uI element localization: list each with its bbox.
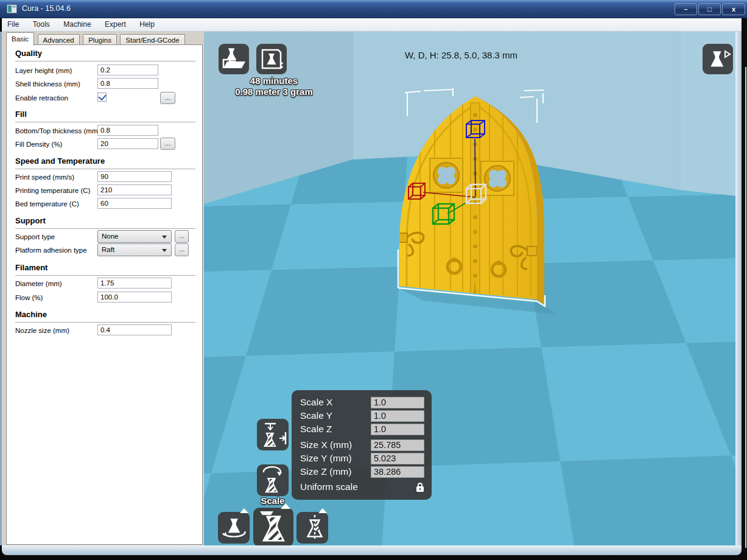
shell-thickness-label: Shell thickness (mm) (15, 80, 80, 88)
scale-x-label: Scale X (300, 397, 371, 408)
platform-adhesion-more-button[interactable]: ... (175, 243, 189, 256)
uniform-scale-lock-icon[interactable] (416, 482, 424, 492)
nozzle-size-input[interactable] (97, 324, 172, 335)
reset-scale-button[interactable] (257, 464, 289, 496)
settings-panel: Quality Layer height (mm) Shell thicknes… (6, 44, 203, 545)
scale-y-label: Scale Y (300, 410, 371, 421)
window-border-bottom (2, 545, 742, 555)
printing-temperature-input[interactable] (97, 184, 172, 195)
title-bar[interactable]: Cura - 15.04.6 – □ x (0, 0, 747, 18)
scale-panel: Scale X Scale Y Scale Z Size X (mm) Size… (292, 390, 432, 500)
section-speed-temperature: Speed and Temperature (15, 156, 105, 166)
rosette-left (430, 158, 463, 192)
menu-bar: File Tools Machine Expert Help (2, 18, 742, 32)
bed-temperature-label: Bed temperature (C) (15, 200, 79, 208)
scale-x-input[interactable] (371, 397, 424, 408)
size-z-label: Size Z (mm) (300, 466, 371, 477)
retraction-more-button[interactable]: ... (160, 92, 175, 104)
divider (15, 169, 195, 169)
print-time: 48 minutes (204, 75, 344, 86)
support-type-label: Support type (15, 233, 55, 240)
bottom-top-thickness-input[interactable] (97, 125, 158, 136)
view-mode-button[interactable] (703, 44, 733, 74)
fill-density-more-button[interactable]: ... (160, 138, 175, 150)
size-z-input[interactable] (371, 466, 424, 478)
divider (15, 322, 195, 323)
menu-help[interactable]: Help (134, 18, 160, 32)
enable-retraction-label: Enable retraction (15, 94, 68, 102)
layer-height-input[interactable] (97, 65, 158, 75)
diameter-input[interactable] (97, 278, 172, 289)
size-x-input[interactable] (371, 439, 424, 451)
flow-label: Flow (%) (15, 294, 43, 301)
nozzle-size-label: Nozzle size (mm) (15, 327, 69, 334)
layer-height-label: Layer height (mm) (15, 67, 72, 74)
minimize-button[interactable]: – (675, 3, 697, 15)
mirror-button[interactable] (296, 508, 328, 544)
scale-y-input[interactable] (371, 410, 424, 422)
print-speed-label: Print speed (mm/s) (15, 173, 74, 181)
size-y-label: Size Y (mm) (300, 453, 371, 464)
size-y-input[interactable] (371, 453, 424, 464)
bed-temperature-input[interactable] (97, 198, 172, 209)
tab-basic[interactable]: Basic (6, 32, 34, 46)
shell-thickness-input[interactable] (97, 78, 158, 89)
support-type-more-button[interactable]: ... (175, 230, 189, 243)
tab-bar: Basic Advanced Plugins Start/End-GCode (6, 32, 186, 45)
platform-adhesion-label: Platform adhesion type (15, 247, 87, 254)
window-body: Basic Advanced Plugins Start/End-GCode Q… (0, 32, 742, 545)
print-stats: 48 minutes 0.98 meter 3 gram (204, 75, 344, 97)
scale-z-input[interactable] (371, 424, 424, 435)
divider (15, 275, 195, 276)
rotate-submenu-arrow-icon (240, 508, 248, 513)
section-support: Support (15, 216, 46, 225)
bottom-top-thickness-label: Bottom/Top thickness (mm) (15, 127, 100, 135)
scale-button[interactable] (253, 503, 293, 545)
divider (15, 228, 195, 229)
section-fill: Fill (15, 110, 27, 119)
enable-retraction-checkbox[interactable] (97, 93, 107, 102)
menu-tools[interactable]: Tools (27, 18, 55, 32)
flow-input[interactable] (97, 292, 172, 303)
scene-overlay (204, 32, 737, 545)
close-button[interactable]: x (722, 3, 745, 15)
menu-machine[interactable]: Machine (58, 18, 96, 32)
section-filament: Filament (15, 263, 47, 272)
scale-z-label: Scale Z (300, 424, 371, 435)
platform-adhesion-select[interactable]: Raft (97, 243, 172, 256)
background-window-edge (745, 67, 746, 548)
section-quality: Quality (15, 49, 42, 58)
section-machine: Machine (15, 310, 47, 319)
menu-file[interactable]: File (2, 18, 24, 32)
divider (15, 61, 195, 61)
model-dimensions: W, D, H: 25.8, 5.0, 38.3 mm (405, 50, 517, 60)
uniform-scale-label: Uniform scale (300, 481, 381, 492)
support-type-select[interactable]: None (97, 230, 172, 243)
material-usage: 0.98 meter 3 gram (204, 86, 344, 97)
divider (15, 122, 195, 122)
3d-viewport[interactable]: 48 minutes 0.98 meter 3 gram W, D, H: 25… (204, 32, 737, 545)
maximize-button[interactable]: □ (698, 3, 721, 15)
load-model-button[interactable] (219, 44, 249, 74)
size-x-label: Size X (mm) (300, 439, 371, 450)
scale-to-max-button[interactable] (257, 419, 289, 450)
screen-bottom-edge (0, 555, 747, 560)
window-title: Cura - 15.04.6 (22, 4, 71, 13)
app-icon (7, 4, 17, 13)
scale-tool-label: Scale (245, 495, 300, 506)
fill-density-label: Fill Density (%) (15, 141, 62, 148)
diameter-label: Diameter (mm) (15, 280, 62, 287)
window-border-right (735, 32, 742, 545)
rotate-button[interactable] (218, 508, 250, 544)
printing-temperature-label: Printing temperature (C) (15, 187, 90, 194)
fill-density-input[interactable] (97, 138, 158, 149)
print-speed-input[interactable] (97, 171, 172, 182)
save-toolpath-button[interactable] (256, 44, 287, 74)
mirror-submenu-arrow-icon (318, 508, 327, 513)
menu-expert[interactable]: Expert (99, 18, 132, 32)
